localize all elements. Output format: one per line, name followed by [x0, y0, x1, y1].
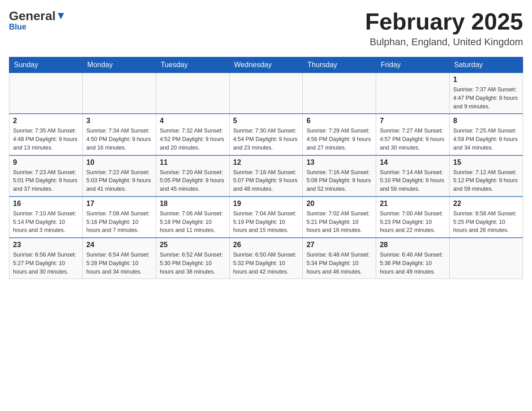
day-number: 12 [233, 158, 299, 167]
day-info: Sunrise: 6:54 AM Sunset: 5:28 PM Dayligh… [86, 251, 152, 276]
calendar-day-cell: 25Sunrise: 6:52 AM Sunset: 5:30 PM Dayli… [156, 238, 229, 279]
logo-arrow-icon [56, 9, 66, 23]
location-subtitle: Bulphan, England, United Kingdom [365, 36, 523, 48]
day-info: Sunrise: 7:06 AM Sunset: 5:18 PM Dayligh… [160, 210, 226, 235]
title-section: February 2025 Bulphan, England, United K… [365, 9, 523, 48]
logo-blue-text: Blue [9, 22, 26, 32]
col-wednesday: Wednesday [229, 57, 303, 73]
calendar-week-row: 9Sunrise: 7:23 AM Sunset: 5:01 PM Daylig… [9, 155, 523, 197]
calendar-day-cell: 2Sunrise: 7:35 AM Sunset: 4:48 PM Daylig… [9, 114, 83, 155]
day-number: 1 [453, 76, 519, 84]
day-info: Sunrise: 7:00 AM Sunset: 5:23 PM Dayligh… [380, 210, 446, 235]
day-info: Sunrise: 6:52 AM Sunset: 5:30 PM Dayligh… [160, 251, 226, 276]
calendar-day-cell: 4Sunrise: 7:32 AM Sunset: 4:52 PM Daylig… [156, 114, 229, 155]
calendar-day-cell: 15Sunrise: 7:12 AM Sunset: 5:12 PM Dayli… [450, 155, 523, 197]
calendar-week-row: 2Sunrise: 7:35 AM Sunset: 4:48 PM Daylig… [9, 114, 523, 155]
day-info: Sunrise: 7:37 AM Sunset: 4:47 PM Dayligh… [453, 86, 519, 111]
day-info: Sunrise: 7:32 AM Sunset: 4:52 PM Dayligh… [160, 127, 226, 152]
day-info: Sunrise: 7:02 AM Sunset: 5:21 PM Dayligh… [306, 210, 372, 235]
day-info: Sunrise: 7:14 AM Sunset: 5:10 PM Dayligh… [380, 168, 446, 193]
calendar-day-cell [156, 73, 229, 114]
calendar-day-cell: 9Sunrise: 7:23 AM Sunset: 5:01 PM Daylig… [9, 155, 83, 197]
calendar-table: Sunday Monday Tuesday Wednesday Thursday… [9, 57, 523, 279]
calendar-day-cell: 24Sunrise: 6:54 AM Sunset: 5:28 PM Dayli… [82, 238, 156, 279]
page-header: General Blue February 2025 Bulphan, Engl… [9, 9, 523, 48]
calendar-day-cell: 6Sunrise: 7:29 AM Sunset: 4:56 PM Daylig… [303, 114, 376, 155]
day-number: 23 [13, 241, 79, 249]
calendar-day-cell: 22Sunrise: 6:58 AM Sunset: 5:25 PM Dayli… [450, 197, 523, 238]
main-title: February 2025 [365, 9, 523, 34]
logo: General Blue [9, 9, 66, 32]
day-info: Sunrise: 7:10 AM Sunset: 5:14 PM Dayligh… [13, 210, 79, 235]
day-info: Sunrise: 7:34 AM Sunset: 4:50 PM Dayligh… [86, 127, 152, 152]
day-number: 5 [233, 117, 299, 125]
day-info: Sunrise: 7:18 AM Sunset: 5:07 PM Dayligh… [233, 168, 299, 193]
calendar-day-cell [229, 73, 303, 114]
calendar-week-row: 1Sunrise: 7:37 AM Sunset: 4:47 PM Daylig… [9, 73, 523, 114]
day-info: Sunrise: 7:27 AM Sunset: 4:57 PM Dayligh… [380, 127, 446, 152]
col-thursday: Thursday [303, 57, 376, 73]
day-info: Sunrise: 7:25 AM Sunset: 4:59 PM Dayligh… [453, 127, 519, 152]
day-number: 27 [306, 241, 372, 249]
calendar-day-cell [303, 73, 376, 114]
calendar-week-row: 23Sunrise: 6:56 AM Sunset: 5:27 PM Dayli… [9, 238, 523, 279]
calendar-header-row: Sunday Monday Tuesday Wednesday Thursday… [9, 57, 523, 73]
day-number: 14 [380, 158, 446, 167]
col-monday: Monday [82, 57, 156, 73]
day-number: 11 [160, 158, 226, 167]
calendar-day-cell: 18Sunrise: 7:06 AM Sunset: 5:18 PM Dayli… [156, 197, 229, 238]
col-sunday: Sunday [9, 57, 83, 73]
calendar-day-cell: 17Sunrise: 7:08 AM Sunset: 5:16 PM Dayli… [82, 197, 156, 238]
day-number: 13 [306, 158, 372, 167]
day-info: Sunrise: 6:56 AM Sunset: 5:27 PM Dayligh… [13, 251, 79, 276]
day-info: Sunrise: 7:16 AM Sunset: 5:08 PM Dayligh… [306, 168, 372, 193]
day-number: 28 [380, 241, 446, 249]
calendar-day-cell: 5Sunrise: 7:30 AM Sunset: 4:54 PM Daylig… [229, 114, 303, 155]
calendar-day-cell: 27Sunrise: 6:48 AM Sunset: 5:34 PM Dayli… [303, 238, 376, 279]
calendar-day-cell: 28Sunrise: 6:46 AM Sunset: 5:36 PM Dayli… [376, 238, 450, 279]
calendar-day-cell: 23Sunrise: 6:56 AM Sunset: 5:27 PM Dayli… [9, 238, 83, 279]
day-info: Sunrise: 7:22 AM Sunset: 5:03 PM Dayligh… [86, 168, 152, 193]
calendar-day-cell: 14Sunrise: 7:14 AM Sunset: 5:10 PM Dayli… [376, 155, 450, 197]
day-number: 26 [233, 241, 299, 249]
calendar-day-cell: 19Sunrise: 7:04 AM Sunset: 5:19 PM Dayli… [229, 197, 303, 238]
day-info: Sunrise: 6:58 AM Sunset: 5:25 PM Dayligh… [453, 210, 519, 235]
day-info: Sunrise: 7:30 AM Sunset: 4:54 PM Dayligh… [233, 127, 299, 152]
day-info: Sunrise: 6:48 AM Sunset: 5:34 PM Dayligh… [306, 251, 372, 276]
day-number: 20 [306, 200, 372, 208]
day-info: Sunrise: 7:29 AM Sunset: 4:56 PM Dayligh… [306, 127, 372, 152]
day-number: 21 [380, 200, 446, 208]
calendar-day-cell: 21Sunrise: 7:00 AM Sunset: 5:23 PM Dayli… [376, 197, 450, 238]
day-info: Sunrise: 7:23 AM Sunset: 5:01 PM Dayligh… [13, 168, 79, 193]
calendar-day-cell: 8Sunrise: 7:25 AM Sunset: 4:59 PM Daylig… [450, 114, 523, 155]
day-number: 15 [453, 158, 519, 167]
calendar-day-cell [450, 238, 523, 279]
day-info: Sunrise: 6:50 AM Sunset: 5:32 PM Dayligh… [233, 251, 299, 276]
calendar-day-cell: 10Sunrise: 7:22 AM Sunset: 5:03 PM Dayli… [82, 155, 156, 197]
day-number: 25 [160, 241, 226, 249]
svg-marker-0 [58, 13, 64, 19]
calendar-day-cell: 7Sunrise: 7:27 AM Sunset: 4:57 PM Daylig… [376, 114, 450, 155]
day-info: Sunrise: 7:08 AM Sunset: 5:16 PM Dayligh… [86, 210, 152, 235]
day-number: 22 [453, 200, 519, 208]
calendar-day-cell: 20Sunrise: 7:02 AM Sunset: 5:21 PM Dayli… [303, 197, 376, 238]
calendar-day-cell [82, 73, 156, 114]
day-info: Sunrise: 7:35 AM Sunset: 4:48 PM Dayligh… [13, 127, 79, 152]
calendar-week-row: 16Sunrise: 7:10 AM Sunset: 5:14 PM Dayli… [9, 197, 523, 238]
day-info: Sunrise: 6:46 AM Sunset: 5:36 PM Dayligh… [380, 251, 446, 276]
calendar-day-cell: 1Sunrise: 7:37 AM Sunset: 4:47 PM Daylig… [450, 73, 523, 114]
day-number: 4 [160, 117, 226, 125]
calendar-day-cell [9, 73, 83, 114]
day-number: 7 [380, 117, 446, 125]
calendar-day-cell: 16Sunrise: 7:10 AM Sunset: 5:14 PM Dayli… [9, 197, 83, 238]
day-number: 9 [13, 158, 79, 167]
col-saturday: Saturday [450, 57, 523, 73]
day-number: 10 [86, 158, 152, 167]
day-info: Sunrise: 7:04 AM Sunset: 5:19 PM Dayligh… [233, 210, 299, 235]
day-number: 17 [86, 200, 152, 208]
day-number: 18 [160, 200, 226, 208]
calendar-day-cell: 11Sunrise: 7:20 AM Sunset: 5:05 PM Dayli… [156, 155, 229, 197]
day-number: 19 [233, 200, 299, 208]
col-friday: Friday [376, 57, 450, 73]
day-number: 6 [306, 117, 372, 125]
